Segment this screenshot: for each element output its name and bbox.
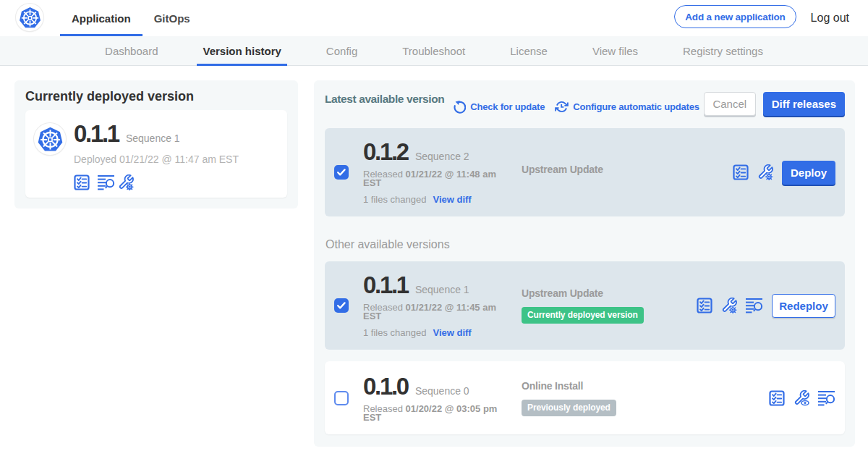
main-content: Currently deployed version 0.1.1 Sequenc… [0,66,868,447]
top-navbar: Application GitOps Add a new application… [0,0,868,36]
released-timestamp: Released 01/21/22 @ 11:45 am EST [363,303,508,321]
app-subnav: Dashboard Version history Config Trouble… [0,36,868,66]
files-changed-row: 1 files changed View diff [363,194,522,205]
version-checkbox[interactable] [334,298,349,313]
available-panel-header: Latest available version Check for updat… [325,90,845,128]
preflight-checklist-icon[interactable] [733,164,749,180]
version-checkbox[interactable] [334,165,349,180]
deployed-timestamp: Deployed 01/21/22 @ 11:47 am EST [74,153,239,165]
refresh-icon [452,100,466,114]
row-spacer [325,350,845,361]
configure-auto-updates-link[interactable]: Configure automatic updates [555,100,699,114]
version-number: 0.1.2 [363,140,408,164]
deployed-version-card: 0.1.1 Sequence 1 Deployed 01/21/22 @ 11:… [25,110,287,198]
source-label: Upstream Update [522,287,688,299]
edit-config-icon[interactable] [757,164,773,180]
app-logo [16,4,43,31]
cancel-button[interactable]: Cancel [704,92,756,116]
deploy-button[interactable]: Deploy [782,161,835,185]
version-number: 0.1.0 [363,374,408,399]
version-number: 0.1.1 [363,273,408,298]
previously-deployed-badge: Previously deployed [522,400,616,416]
tab-application[interactable]: Application [60,0,142,36]
version-info: 0.1.1 Sequence 1 Released 01/21/22 @ 11:… [363,273,522,338]
checkmark-icon [336,167,346,177]
redeploy-button[interactable]: Redeploy [772,294,835,318]
edit-config-icon[interactable] [118,174,134,190]
view-logs-icon[interactable] [818,390,835,406]
version-source: Upstream Update Currently deployed versi… [522,287,688,324]
deployed-panel-title: Currently deployed version [25,89,287,104]
add-application-button[interactable]: Add a new application [674,5,796,28]
header-right: Add a new application Log out [674,0,868,36]
subnav-version-history[interactable]: Version history [197,36,286,65]
diff-releases-button[interactable]: Diff releases [763,92,845,116]
checkmark-icon [336,300,346,311]
subnav-dashboard[interactable]: Dashboard [99,36,163,65]
subnav-view-files[interactable]: View files [587,36,644,65]
check-for-update-link[interactable]: Check for update [452,100,545,114]
view-config-icon[interactable] [793,390,809,406]
version-source: Online Install Previously deployed [522,380,760,416]
subnav-troubleshoot[interactable]: Troubleshoot [396,36,471,65]
version-info: 0.1.2 Sequence 2 Released 01/21/22 @ 11:… [363,140,522,205]
source-label: Online Install [522,380,760,392]
files-changed-row: 1 files changed View diff [363,327,522,338]
sequence-label: Sequence 0 [415,385,469,397]
files-changed-label: 1 files changed [363,327,426,338]
header-tabs: Application GitOps [60,0,202,36]
view-logs-icon[interactable] [98,174,115,190]
version-actions: Deploy [724,161,835,185]
view-diff-link[interactable]: View diff [433,194,471,205]
version-checkbox[interactable] [334,391,349,405]
deployed-version-number: 0.1.1 [74,122,119,146]
source-label: Upstream Update [522,164,724,175]
sequence-label: Sequence 2 [415,151,469,162]
currently-deployed-badge: Currently deployed version [522,307,644,324]
released-timestamp: Released 01/20/22 @ 03:05 pm EST [363,405,508,422]
sequence-label: Sequence 1 [415,284,469,295]
edit-config-icon[interactable] [721,298,737,313]
version-info: 0.1.0 Sequence 0 Released 01/20/22 @ 03:… [363,374,522,422]
version-row-0-1-1: 0.1.1 Sequence 1 Released 01/21/22 @ 11:… [325,261,845,350]
files-changed-label: 1 files changed [363,194,426,205]
released-timestamp: Released 01/21/22 @ 11:48 am EST [363,170,508,188]
kubernetes-logo-icon [17,4,43,31]
latest-version-title: Latest available version [325,93,444,106]
version-actions [760,390,835,406]
view-diff-link[interactable]: View diff [433,327,471,338]
deployed-sequence-label: Sequence 1 [126,132,180,144]
available-versions-panel: Latest available version Check for updat… [314,80,855,447]
preflight-checklist-icon[interactable] [697,298,712,313]
version-source: Upstream Update [522,164,724,182]
logout-button[interactable]: Log out [811,12,849,25]
deployed-app-logo [34,123,66,155]
view-logs-icon[interactable] [746,298,763,313]
preflight-checklist-icon[interactable] [769,390,785,406]
version-row-0-1-0: 0.1.0 Sequence 0 Released 01/20/22 @ 03:… [325,361,845,434]
deployed-version-body: 0.1.1 Sequence 1 Deployed 01/21/22 @ 11:… [74,122,239,189]
currently-deployed-panel: Currently deployed version 0.1.1 Sequenc… [14,80,298,209]
panel-header-buttons: Cancel Diff releases [704,92,845,116]
subnav-license[interactable]: License [504,36,553,65]
subnav-config[interactable]: Config [320,36,363,65]
version-actions: Redeploy [688,294,835,318]
schedule-update-icon [555,100,569,114]
preflight-checklist-icon[interactable] [74,174,90,190]
other-versions-title: Other available versions [326,238,845,251]
subnav-registry-settings[interactable]: Registry settings [677,36,769,65]
tab-gitops[interactable]: GitOps [142,0,202,36]
version-row-0-1-2: 0.1.2 Sequence 2 Released 01/21/22 @ 11:… [325,128,845,216]
deployed-actions [74,174,239,190]
kubernetes-logo-icon [35,124,66,155]
